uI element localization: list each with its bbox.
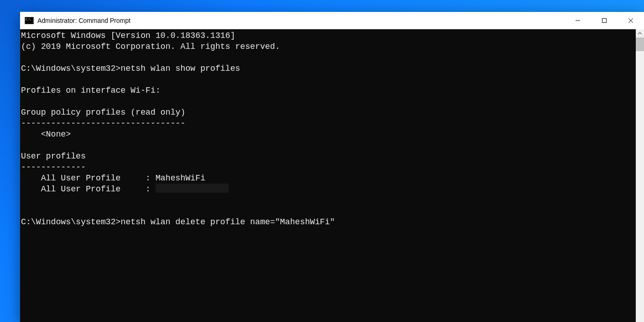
command-1: netsh wlan show profiles [120, 64, 240, 73]
prompt-1: C:\Windows\system32>netsh wlan show prof… [21, 64, 240, 73]
maximize-icon [602, 18, 607, 23]
group-policy-header: Group policy profiles (read only) [21, 108, 185, 117]
none-entry: <None> [21, 130, 71, 139]
command-2: netsh wlan delete profile name="MaheshWi… [120, 217, 335, 227]
divider: --------------------------------- [21, 119, 185, 128]
minimize-button[interactable] [565, 12, 591, 29]
copyright-line: (c) 2019 Microsoft Corporation. All righ… [21, 42, 280, 51]
vertical-scrollbar[interactable] [636, 29, 644, 322]
client-area: Microsoft Windows [Version 10.0.18363.13… [20, 29, 644, 322]
profile-entry-1: All User Profile : MaheshWiFi [21, 174, 205, 183]
user-profiles-header: User profiles [21, 152, 86, 161]
titlebar[interactable]: Administrator: Command Prompt [20, 12, 644, 29]
close-icon [628, 18, 634, 23]
redacted-profile-name [156, 184, 229, 193]
divider: ------------- [21, 163, 86, 172]
interface-header: Profiles on interface Wi-Fi: [21, 86, 161, 95]
minimize-icon [575, 18, 581, 23]
profile-entry-2: All User Profile : [21, 185, 229, 194]
cmd-icon [25, 17, 34, 24]
scroll-thumb[interactable] [636, 37, 644, 51]
command-prompt-window: Administrator: Command Prompt Microsoft … [20, 11, 644, 322]
version-line: Microsoft Windows [Version 10.0.18363.13… [21, 31, 235, 40]
console-output[interactable]: Microsoft Windows [Version 10.0.18363.13… [20, 29, 636, 322]
scroll-up-arrow-icon[interactable] [636, 29, 644, 37]
prompt-2: C:\Windows\system32>netsh wlan delete pr… [21, 217, 335, 227]
close-button[interactable] [618, 12, 644, 29]
window-title: Administrator: Command Prompt [37, 17, 131, 24]
maximize-button[interactable] [591, 12, 618, 29]
svg-rect-1 [602, 19, 607, 23]
